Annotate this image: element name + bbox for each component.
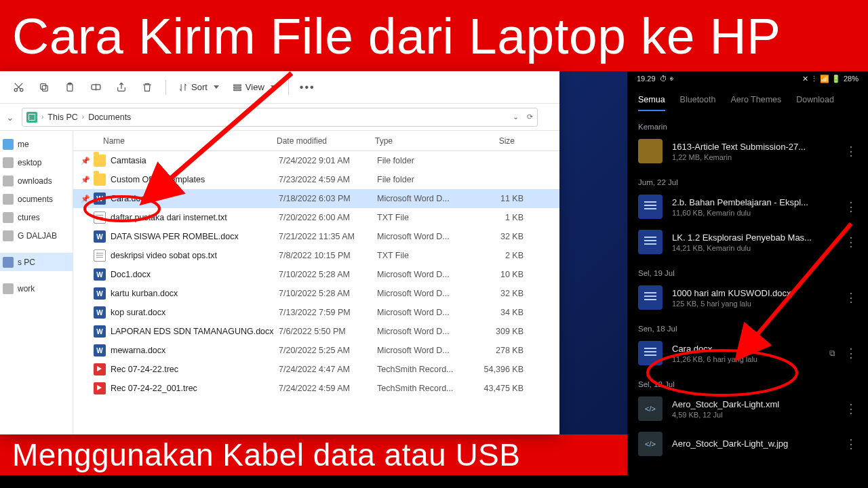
- file-size: 32 KB: [472, 289, 533, 298]
- file-name: Custom Office Templates: [111, 175, 279, 184]
- more-vert-icon[interactable]: ⋮: [842, 235, 860, 249]
- file-row[interactable]: Rec 07-24-22.trec7/24/2022 4:47 AMTechSm…: [73, 360, 559, 379]
- file-date: 7/21/2022 11:35 AM: [279, 232, 377, 241]
- navpane-item[interactable]: G DALJAB: [0, 226, 73, 245]
- copy-icon[interactable]: [33, 76, 56, 99]
- file-date: 7/20/2022 5:25 AM: [279, 346, 377, 355]
- navpane-item[interactable]: s PC: [0, 253, 73, 271]
- navpane-item[interactable]: work: [0, 279, 73, 298]
- navpane-icon: [3, 176, 14, 186]
- phone-file-name: 1000 hari alm KUSWODI.docx: [672, 288, 842, 298]
- breadcrumb-folder[interactable]: Documents: [88, 113, 131, 122]
- file-row[interactable]: DATA SISWA PER ROMBEL.docx7/21/2022 11:3…: [73, 227, 559, 246]
- cut-icon[interactable]: [7, 76, 30, 99]
- file-explorer-window: Sort View ••• ⌄ › This PC › Documents ⌄ …: [0, 71, 559, 434]
- phone-file-icon: [638, 139, 663, 163]
- share-icon[interactable]: [110, 76, 133, 99]
- more-vert-icon[interactable]: ⋮: [842, 144, 860, 159]
- address-chevron-down-icon[interactable]: ⌄: [513, 113, 519, 121]
- file-row[interactable]: mewarna.docx7/20/2022 5:25 AMMicrosoft W…: [73, 341, 559, 360]
- navpane-item[interactable]: ownloads: [0, 171, 73, 190]
- phone-file-row[interactable]: Aero_Stock_Dark-Light.xml4,59 KB, 12 Jul…: [627, 391, 868, 426]
- phone-file-name: LK. 1.2 Eksplorasi Penyebab Mas...: [672, 232, 842, 243]
- delete-icon[interactable]: [136, 76, 159, 99]
- file-row[interactable]: 📌Camtasia7/24/2022 9:01 AMFile folder: [73, 151, 559, 170]
- svg-rect-9: [234, 89, 241, 90]
- more-options-icon[interactable]: •••: [296, 81, 315, 94]
- more-vert-icon[interactable]: ⋮: [842, 199, 860, 214]
- file-row[interactable]: 📌Custom Office Templates7/23/2022 4:59 A…: [73, 170, 559, 189]
- phone-file-row[interactable]: 1613-Article Text Submission-27...1,22 M…: [627, 134, 868, 169]
- file-type: TXT File: [377, 251, 472, 260]
- phone-tab[interactable]: Bluetooth: [680, 95, 716, 104]
- word-icon: [94, 344, 106, 357]
- file-name: daftar pustaka dari insternet.txt: [111, 213, 279, 222]
- phone-file-meta: 4,59 KB, 12 Jul: [672, 411, 842, 419]
- file-row[interactable]: LAPORAN EDS SDN TAMANAGUNG.docx7/6/2022 …: [73, 322, 559, 341]
- sort-dropdown[interactable]: Sort: [173, 76, 224, 99]
- breadcrumb-root[interactable]: This PC: [47, 113, 77, 122]
- phone-panel: 19.29 ⏱ ◉ ✕ ⋮ 📶 🔋 28% SemuaBluetoothAero…: [627, 71, 868, 488]
- navpane-item[interactable]: ctures: [0, 208, 73, 226]
- phone-tabs[interactable]: SemuaBluetoothAero ThemesDownload: [627, 86, 868, 113]
- file-name: kop surat.docx: [111, 308, 279, 317]
- explorer-toolbar: Sort View •••: [0, 71, 559, 104]
- phone-tab[interactable]: Semua: [638, 95, 665, 104]
- phone-file-name: Aero_Stock_Dark-Light_w.jpg: [672, 439, 842, 449]
- file-date: 7/20/2022 6:00 AM: [279, 213, 377, 222]
- file-name: kartu kurban.docx: [111, 289, 279, 298]
- navpane-item[interactable]: ocuments: [0, 190, 73, 208]
- file-type: TXT File: [377, 213, 472, 222]
- phone-tab[interactable]: Aero Themes: [730, 95, 781, 104]
- file-row[interactable]: kop surat.docx7/13/2022 7:59 PMMicrosoft…: [73, 303, 559, 322]
- phone-file-meta: 125 KB, 5 hari yang lalu: [672, 300, 842, 308]
- phone-status-bar: 19.29 ⏱ ◉ ✕ ⋮ 📶 🔋 28%: [627, 71, 868, 86]
- phone-tab[interactable]: Download: [796, 95, 834, 104]
- file-row[interactable]: 📌Cara.docx7/18/2022 6:03 PMMicrosoft Wor…: [73, 189, 559, 208]
- file-row[interactable]: daftar pustaka dari insternet.txt7/20/20…: [73, 208, 559, 227]
- phone-file-row[interactable]: Cara.docx11,26 KB, 6 hari yang lalu⧉⋮: [627, 336, 868, 371]
- txt-icon: [94, 211, 106, 224]
- file-row[interactable]: deskripsi video sobat ops.txt7/8/2022 10…: [73, 246, 559, 265]
- phone-file-icon: [638, 195, 663, 219]
- file-name: deskripsi video sobat ops.txt: [111, 251, 279, 260]
- folder-icon: [94, 155, 106, 167]
- trec-icon: [94, 363, 106, 375]
- rename-icon[interactable]: [84, 76, 107, 99]
- file-row[interactable]: kartu kurban.docx7/10/2022 5:28 AMMicros…: [73, 284, 559, 303]
- more-vert-icon[interactable]: ⋮: [842, 436, 860, 451]
- view-dropdown[interactable]: View: [227, 76, 281, 99]
- phone-file-meta: 11,26 KB, 6 hari yang lalu: [672, 355, 829, 363]
- file-date: 7/10/2022 5:28 AM: [279, 270, 377, 279]
- refresh-icon[interactable]: ⟳: [527, 113, 533, 121]
- phone-section-header: Sel, 19 Jul: [627, 260, 868, 280]
- phone-file-row[interactable]: 1000 hari alm KUSWODI.docx125 KB, 5 hari…: [627, 280, 868, 315]
- file-name: mewarna.docx: [111, 346, 279, 355]
- paste-icon[interactable]: [58, 76, 81, 99]
- navpane-item[interactable]: me: [0, 135, 73, 153]
- pin-icon: 📌: [80, 195, 91, 203]
- file-row[interactable]: Doc1.docx7/10/2022 5:28 AMMicrosoft Word…: [73, 265, 559, 284]
- nav-up-chevron-icon[interactable]: ⌄: [0, 112, 20, 123]
- file-row[interactable]: Rec 07-24-22_001.trec7/24/2022 4:59 AMTe…: [73, 379, 559, 398]
- more-vert-icon[interactable]: ⋮: [842, 290, 860, 305]
- file-name: Rec 07-24-22_001.trec: [111, 384, 279, 393]
- windows-desktop: Sort View ••• ⌄ › This PC › Documents ⌄ …: [0, 71, 627, 434]
- file-type: File folder: [377, 156, 472, 165]
- navigation-pane: meesktopownloadsocumentscturesG DALJABs …: [0, 131, 73, 434]
- copy-icon[interactable]: ⧉: [829, 348, 835, 358]
- address-bar[interactable]: › This PC › Documents ⌄ ⟳: [22, 108, 538, 127]
- svg-rect-7: [234, 84, 241, 85]
- column-headers[interactable]: Name Date modified Type Size: [73, 131, 559, 151]
- file-name: Cara.docx: [111, 194, 279, 203]
- phone-file-row[interactable]: 2.b. Bahan Pembelajaran - Ekspl...11,60 …: [627, 189, 868, 224]
- more-vert-icon[interactable]: ⋮: [842, 401, 860, 416]
- phone-file-icon: [638, 396, 663, 421]
- more-vert-icon[interactable]: ⋮: [842, 346, 860, 361]
- file-name: DATA SISWA PER ROMBEL.docx: [111, 232, 279, 241]
- navpane-item[interactable]: esktop: [0, 153, 73, 171]
- word-icon: [94, 230, 106, 243]
- file-type: Microsoft Word D...: [377, 289, 472, 298]
- phone-file-row[interactable]: Aero_Stock_Dark-Light_w.jpg⋮: [627, 426, 868, 462]
- phone-file-row[interactable]: LK. 1.2 Eksplorasi Penyebab Mas...14,21 …: [627, 224, 868, 260]
